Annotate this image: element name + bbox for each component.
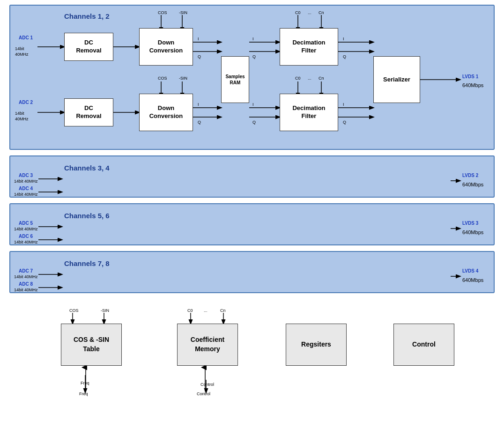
svg-text:640Mbps: 640Mbps (462, 229, 484, 235)
svg-text:ADC 7: ADC 7 (19, 268, 33, 273)
svg-text:Q: Q (343, 120, 346, 125)
coeff-memory-label: CoefficientMemory (191, 335, 224, 354)
cos-sin-table-box: COS & -SINTable (61, 324, 122, 366)
svg-text:...: ... (204, 308, 208, 313)
channel-34-svg: Channels 3, 4 ADC 3 14bit 40MHz ADC 4 14… (10, 156, 496, 199)
svg-text:I: I (198, 37, 199, 41)
svg-text:-SIN: -SIN (179, 76, 187, 81)
svg-text:Cn: Cn (319, 76, 324, 81)
svg-text:Q: Q (198, 120, 201, 125)
down-conversion-top-label: DownConversion (149, 39, 183, 55)
svg-text:COS: COS (158, 76, 167, 81)
cos-sin-table-label: COS & -SINTable (74, 335, 109, 354)
svg-text:ADC 1: ADC 1 (19, 35, 33, 40)
svg-text:640Mbps: 640Mbps (462, 82, 484, 88)
svg-text:I: I (252, 37, 254, 41)
control-arrow-svg: Control (183, 363, 230, 396)
svg-text:Channels 7, 8: Channels 7, 8 (64, 259, 110, 267)
ch12-title: Channels 1, 2 (64, 12, 110, 20)
svg-text:Q: Q (252, 120, 256, 125)
samples-ram: SamplesRAM (221, 56, 249, 103)
decimation-filter-bottom-label: DecimationFilter (292, 104, 325, 120)
legend-section: COS -SIN Freq C0 ... Cn Control (9, 303, 495, 396)
svg-text:COS: COS (158, 10, 167, 15)
svg-text:Q: Q (252, 54, 256, 59)
svg-text:-SIN: -SIN (179, 10, 187, 15)
decimation-filter-top: DecimationFilter (280, 28, 338, 66)
svg-text:14bit  40MHz: 14bit 40MHz (14, 240, 38, 244)
dc-removal-top-label: DCRemoval (76, 39, 101, 55)
dc-removal-bottom-label: DCRemoval (76, 104, 101, 120)
svg-text:14bit: 14bit (15, 46, 24, 51)
svg-text:Cn: Cn (319, 10, 324, 15)
svg-text:Q: Q (198, 54, 201, 59)
svg-text:ADC 2: ADC 2 (19, 100, 33, 105)
svg-text:C0: C0 (295, 10, 301, 15)
svg-text:COS: COS (69, 308, 79, 313)
svg-text:I: I (343, 102, 344, 107)
down-conversion-top: DownConversion (139, 28, 193, 66)
svg-text:14bit  40MHz: 14bit 40MHz (14, 179, 38, 184)
freq-arrow-svg: Freq (63, 363, 110, 396)
svg-text:...: ... (308, 76, 311, 81)
control-label: Control (412, 340, 436, 349)
svg-text:ADC 8: ADC 8 (19, 281, 33, 287)
decimation-filter-bottom: DecimationFilter (280, 94, 338, 131)
svg-text:Q: Q (343, 54, 346, 59)
dc-removal-top: DCRemoval (64, 33, 113, 61)
serializer-label: Serializer (383, 76, 410, 84)
down-conversion-bottom-label: DownConversion (149, 104, 183, 120)
svg-text:Channels 3, 4: Channels 3, 4 (64, 164, 110, 172)
coeff-memory-box: CoefficientMemory (177, 324, 238, 366)
svg-text:I: I (198, 102, 199, 107)
control-box: Control (393, 324, 454, 366)
svg-text:Cn: Cn (220, 308, 226, 313)
svg-text:ADC 3: ADC 3 (19, 173, 33, 178)
svg-text:LVDS 2: LVDS 2 (462, 173, 479, 178)
svg-text:LVDS 1: LVDS 1 (462, 74, 479, 79)
svg-text:640Mbps: 640Mbps (462, 277, 484, 283)
dc-removal-bottom: DCRemoval (64, 98, 113, 126)
svg-text:Freq: Freq (79, 391, 88, 396)
svg-text:14bit: 14bit (15, 111, 24, 116)
svg-text:640Mbps: 640Mbps (462, 182, 484, 187)
svg-text:-SIN: -SIN (101, 308, 109, 313)
down-conversion-bottom: DownConversion (139, 94, 193, 131)
svg-text:40MHz: 40MHz (15, 52, 29, 57)
svg-text:Control: Control (197, 391, 210, 396)
svg-text:14bit  40MHz: 14bit 40MHz (14, 227, 38, 231)
svg-text:C0: C0 (187, 308, 193, 313)
svg-text:ADC 6: ADC 6 (19, 234, 33, 239)
svg-text:14bit  40MHz: 14bit 40MHz (14, 192, 38, 197)
svg-text:Channels 5, 6: Channels 5, 6 (64, 212, 110, 220)
channel-78-block: Channels 7, 8 ADC 7 14bit 40MHz ADC 8 14… (9, 251, 495, 293)
channel-56-svg: Channels 5, 6 ADC 5 14bit 40MHz ADC 6 14… (10, 204, 496, 246)
channel-12-block: Channels 1, 2 ADC 1 14bit 40MHz ADC 2 14… (9, 5, 495, 150)
channel-56-block: Channels 5, 6 ADC 5 14bit 40MHz ADC 6 14… (9, 203, 495, 245)
svg-text:I: I (252, 102, 254, 107)
svg-text:...: ... (308, 10, 311, 15)
svg-text:ADC 4: ADC 4 (19, 186, 33, 191)
registers-label: Regsiters (301, 340, 331, 349)
channel-12-svg: Channels 1, 2 ADC 1 14bit 40MHz ADC 2 14… (10, 6, 496, 151)
svg-text:14bit  40MHz: 14bit 40MHz (14, 288, 38, 292)
svg-text:ADC 5: ADC 5 (19, 221, 33, 226)
svg-text:LVDS 4: LVDS 4 (462, 268, 479, 273)
svg-text:40MHz: 40MHz (15, 117, 29, 121)
main-container: Channels 1, 2 ADC 1 14bit 40MHz ADC 2 14… (0, 0, 504, 401)
svg-text:I: I (343, 37, 344, 41)
svg-text:C0: C0 (295, 76, 301, 81)
channel-34-block: Channels 3, 4 ADC 3 14bit 40MHz ADC 4 14… (9, 155, 495, 198)
samples-ram-label: SamplesRAM (225, 74, 245, 86)
registers-box: Regsiters (286, 324, 347, 366)
decimation-filter-top-label: DecimationFilter (292, 39, 325, 55)
svg-text:LVDS 3: LVDS 3 (462, 221, 479, 226)
svg-text:14bit  40MHz: 14bit 40MHz (14, 274, 38, 279)
channel-78-svg: Channels 7, 8 ADC 7 14bit 40MHz ADC 8 14… (10, 252, 496, 294)
serializer: Serializer (373, 56, 420, 103)
